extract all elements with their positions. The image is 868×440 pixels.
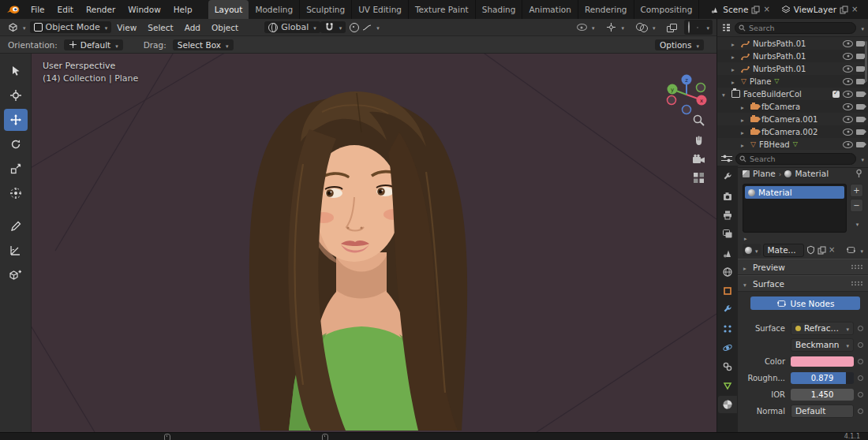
expand-arrow-icon[interactable] <box>741 103 747 111</box>
distribution-dropdown[interactable]: Beckmann <box>791 338 854 352</box>
tool-measure[interactable] <box>4 240 28 262</box>
pan-hand-icon[interactable] <box>693 134 705 147</box>
navigation-gizmo[interactable]: z x y <box>664 73 709 117</box>
tab-object[interactable] <box>718 282 737 300</box>
tab-modifiers[interactable] <box>718 301 737 319</box>
outliner-item-fbcamera-001[interactable]: fbCamera.001 <box>717 113 868 125</box>
color-swatch[interactable] <box>791 356 854 367</box>
surface-shader-dropdown[interactable]: Refractio... <box>791 322 854 335</box>
animate-dot-icon[interactable] <box>858 392 863 397</box>
menu-file[interactable]: File <box>24 5 51 14</box>
outliner-item-nurbspath[interactable]: NurbsPath.01 <box>717 62 868 75</box>
tab-uv-editing[interactable]: UV Editing <box>352 0 409 19</box>
tool-select-box[interactable] <box>4 60 28 82</box>
camera-view-icon[interactable] <box>692 154 705 165</box>
tab-world[interactable] <box>718 263 737 281</box>
surface-section-header[interactable]: Surface <box>738 275 868 292</box>
disable-in-render-icon[interactable] <box>856 54 864 59</box>
visibility-dropdown[interactable] <box>573 21 599 33</box>
hide-in-viewport-icon[interactable] <box>843 91 853 98</box>
unlink-scene-icon[interactable]: × <box>763 6 769 13</box>
hide-in-viewport-icon[interactable] <box>843 40 853 47</box>
remove-slot-button[interactable]: − <box>850 199 863 212</box>
show-overlays-dropdown[interactable] <box>632 21 660 33</box>
menu-edit[interactable]: Edit <box>51 5 80 14</box>
outliner-item-fbcamera-002[interactable]: fbCamera.002 <box>717 125 868 138</box>
shading-material-preview-button[interactable] <box>697 27 698 28</box>
show-gizmo-dropdown[interactable] <box>602 21 628 33</box>
snap-toggle[interactable] <box>320 21 346 33</box>
roughness-slider[interactable]: 0.879 <box>791 372 854 384</box>
animate-dot-icon[interactable] <box>858 359 863 364</box>
expand-arrow-icon[interactable] <box>741 115 747 124</box>
chevron-down-icon[interactable] <box>705 22 709 32</box>
tab-layout[interactable]: Layout <box>208 0 249 19</box>
hide-in-viewport-icon[interactable] <box>843 129 853 136</box>
tool-annotate[interactable] <box>4 215 28 237</box>
hide-in-viewport-icon[interactable] <box>843 141 853 148</box>
animate-dot-icon[interactable] <box>858 342 863 348</box>
unlink-material-icon[interactable]: × <box>829 246 835 254</box>
outliner-item-plane[interactable]: Plane <box>717 75 868 88</box>
expand-arrow-icon[interactable] <box>731 39 738 48</box>
breadcrumb-object[interactable]: Plane <box>753 169 776 178</box>
outliner-search-input[interactable] <box>735 22 856 34</box>
shading-rendered-button[interactable] <box>701 27 702 28</box>
disable-in-render-icon[interactable] <box>856 91 864 97</box>
hide-in-viewport-icon[interactable] <box>843 53 853 60</box>
tab-material[interactable] <box>718 396 737 413</box>
tab-animation[interactable]: Animation <box>522 0 578 19</box>
tab-view-layer[interactable] <box>718 226 737 243</box>
menu-help[interactable]: Help <box>167 5 199 14</box>
normal-dropdown[interactable]: Default <box>791 405 854 418</box>
breadcrumb-material[interactable]: Material <box>795 169 829 178</box>
expand-arrow-icon[interactable] <box>741 140 747 149</box>
menu-view[interactable]: View <box>111 23 142 32</box>
viewport-3d[interactable]: User Perspective (14) Collection | Plane… <box>32 54 716 432</box>
outliner-item-facebuildercol[interactable]: FaceBuilderCol <box>717 88 868 100</box>
properties-editor-icon[interactable] <box>721 154 732 163</box>
filter-dropdown-icon[interactable] <box>859 23 864 33</box>
hide-in-viewport-icon[interactable] <box>843 78 853 85</box>
outliner-scrollbar[interactable] <box>865 41 867 82</box>
tab-scene[interactable] <box>718 244 737 262</box>
disable-in-render-icon[interactable] <box>856 41 864 47</box>
outliner-item-nurbspath[interactable]: NurbsPath.01 <box>717 37 868 50</box>
tool-rotate[interactable] <box>4 133 28 155</box>
disable-in-render-icon[interactable] <box>856 129 864 135</box>
tab-output[interactable] <box>718 207 737 224</box>
tab-particles[interactable] <box>718 320 737 337</box>
tab-shading[interactable]: Shading <box>476 0 523 19</box>
tab-compositing[interactable]: Compositing <box>634 0 700 19</box>
xray-toggle[interactable] <box>663 23 680 32</box>
tool-3d-cursor[interactable] <box>4 84 28 106</box>
drag-grip-icon[interactable] <box>851 264 862 270</box>
toggle-ortho-icon[interactable] <box>693 172 705 184</box>
expand-arrow-icon[interactable] <box>731 65 738 73</box>
orientation-default-dropdown[interactable]: Default <box>64 39 123 50</box>
add-slot-button[interactable]: + <box>850 184 863 197</box>
pin-icon[interactable] <box>855 169 863 178</box>
menu-select[interactable]: Select <box>142 23 178 32</box>
disable-in-render-icon[interactable] <box>856 79 864 84</box>
zoom-icon[interactable] <box>692 114 705 127</box>
browse-material-button[interactable] <box>743 244 761 256</box>
collapse-arrow-icon[interactable] <box>722 90 728 99</box>
collection-checkbox[interactable] <box>832 91 840 98</box>
tab-rendering[interactable]: Rendering <box>578 0 634 19</box>
tab-tool[interactable] <box>718 169 737 186</box>
filter-dropdown-icon[interactable] <box>859 154 864 164</box>
use-nodes-button[interactable]: Use Nodes <box>750 296 860 310</box>
animate-dot-icon[interactable] <box>858 375 863 381</box>
expand-arrow-icon[interactable] <box>744 233 750 242</box>
tab-physics[interactable] <box>718 339 737 356</box>
disable-in-render-icon[interactable] <box>856 104 864 110</box>
menu-object[interactable]: Object <box>206 23 244 32</box>
new-scene-icon[interactable] <box>751 6 760 14</box>
tab-texture-paint[interactable]: Texture Paint <box>409 0 476 19</box>
tab-modeling[interactable]: Modeling <box>249 0 300 19</box>
expand-arrow-icon[interactable] <box>741 128 747 136</box>
ior-field[interactable]: 1.450 <box>791 389 854 401</box>
expand-arrow-icon[interactable] <box>731 77 738 86</box>
menu-window[interactable]: Window <box>122 5 166 14</box>
